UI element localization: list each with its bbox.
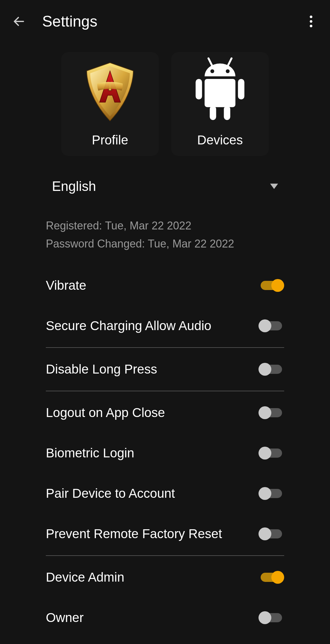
setting-device-admin: Device Admin — [46, 557, 284, 597]
toggle-logout-close[interactable] — [258, 406, 284, 419]
setting-logout-close: Logout on App Close — [46, 393, 284, 433]
settings-content: English Registered: Tue, Mar 22 2022 Pas… — [0, 171, 330, 625]
toggle-biometric[interactable] — [258, 447, 284, 460]
more-vertical-icon — [310, 15, 313, 28]
svg-line-4 — [208, 58, 212, 66]
setting-secure-audio-label: Secure Charging Allow Audio — [46, 318, 211, 333]
svg-rect-11 — [210, 106, 216, 120]
setting-pair-device: Pair Device to Account — [46, 473, 284, 514]
svg-rect-12 — [224, 106, 230, 120]
svg-point-2 — [310, 20, 313, 23]
account-info: Registered: Tue, Mar 22 2022 Password Ch… — [46, 201, 284, 265]
language-selected: English — [52, 179, 96, 194]
registered-line: Registered: Tue, Mar 22 2022 — [46, 217, 284, 235]
setting-owner-label: Owner — [46, 610, 84, 625]
divider — [46, 347, 284, 348]
svg-point-6 — [211, 69, 215, 73]
svg-rect-10 — [238, 79, 244, 99]
setting-vibrate-label: Vibrate — [46, 278, 86, 293]
page-title: Settings — [42, 13, 97, 30]
divider — [46, 555, 284, 556]
toggle-prevent-reset[interactable] — [258, 527, 284, 540]
app-header: Settings — [0, 0, 330, 43]
svg-point-1 — [310, 16, 313, 18]
svg-point-3 — [310, 25, 313, 28]
svg-rect-8 — [205, 79, 236, 107]
devices-card[interactable]: Devices — [171, 52, 269, 156]
more-menu-button[interactable] — [304, 15, 318, 28]
card-row: Profile Devices — [0, 43, 330, 171]
toggle-device-admin[interactable] — [258, 571, 284, 584]
password-changed-line: Password Changed: Tue, Mar 22 2022 — [46, 235, 284, 253]
setting-biometric-label: Biometric Login — [46, 446, 134, 460]
toggle-pair-device[interactable] — [258, 487, 284, 500]
setting-prevent-reset: Prevent Remote Factory Reset — [46, 514, 284, 554]
language-selector[interactable]: English — [46, 171, 284, 201]
android-icon — [188, 52, 252, 133]
svg-rect-9 — [196, 79, 202, 99]
setting-disable-long-press-label: Disable Long Press — [46, 362, 157, 377]
profile-card[interactable]: Profile — [61, 52, 159, 156]
devices-card-label: Devices — [197, 133, 243, 147]
setting-secure-audio: Secure Charging Allow Audio — [46, 306, 284, 346]
setting-device-admin-label: Device Admin — [46, 570, 124, 585]
toggle-vibrate[interactable] — [258, 279, 284, 292]
arrow-left-icon — [12, 15, 26, 28]
setting-owner: Owner — [46, 597, 284, 625]
svg-point-7 — [226, 69, 230, 73]
registered-value: Tue, Mar 22 2022 — [105, 219, 191, 232]
registered-label: Registered: — [46, 219, 105, 232]
toggle-owner[interactable] — [258, 611, 284, 624]
setting-prevent-reset-label: Prevent Remote Factory Reset — [46, 527, 222, 541]
svg-line-5 — [228, 58, 232, 66]
setting-disable-long-press: Disable Long Press — [46, 349, 284, 389]
setting-vibrate: Vibrate — [46, 265, 284, 306]
profile-shield-icon — [81, 52, 139, 133]
back-button[interactable] — [12, 15, 26, 28]
password-changed-value: Tue, Mar 22 2022 — [148, 237, 234, 250]
divider — [46, 391, 284, 391]
chevron-down-icon — [270, 184, 278, 189]
setting-logout-close-label: Logout on App Close — [46, 405, 165, 420]
toggle-secure-audio[interactable] — [258, 319, 284, 332]
setting-pair-device-label: Pair Device to Account — [46, 486, 175, 501]
setting-biometric: Biometric Login — [46, 433, 284, 473]
toggle-disable-long-press[interactable] — [258, 363, 284, 376]
profile-card-label: Profile — [92, 133, 128, 147]
password-changed-label: Password Changed: — [46, 237, 148, 250]
